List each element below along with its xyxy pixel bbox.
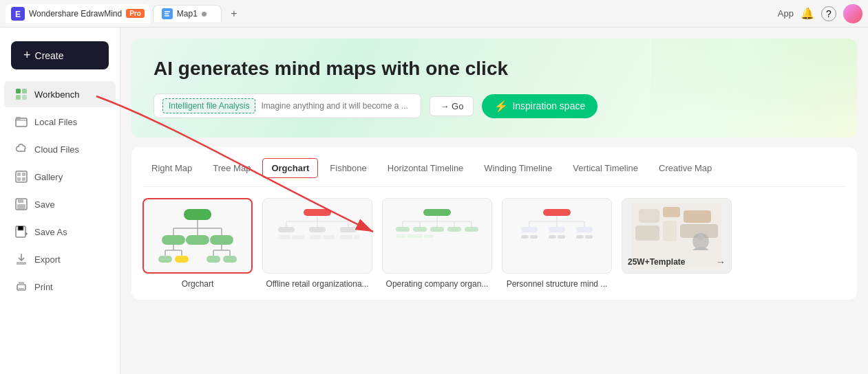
sidebar-workbench-label: Workbench [34,89,80,100]
pro-badge: Pro [126,9,145,18]
template-card-offline-retail[interactable]: Offline retail organizationa... [262,198,372,289]
tab-creative-map[interactable]: Creative Map [650,158,721,178]
sidebar-save-as-label: Save As [34,227,67,237]
svg-rect-100 [663,221,677,241]
orgchart-preview-img [142,198,253,274]
svg-rect-97 [663,207,680,217]
tab-name: Map1 [177,9,198,19]
sidebar-item-gallery[interactable]: Gallery [4,164,116,190]
svg-rect-93 [576,235,584,239]
sidebar-item-print[interactable]: Print [4,274,116,300]
svg-rect-56 [340,227,357,232]
tab-right-map[interactable]: Right Map [142,158,201,178]
sidebar-save-label: Save [34,199,55,210]
svg-rect-74 [447,227,461,232]
main-content: AI generates mind maps with one click In… [120,28,868,374]
search-input[interactable] [261,101,412,111]
map-tab-icon [162,8,173,19]
svg-rect-35 [210,235,233,245]
help-button[interactable]: ? [821,6,836,21]
save-icon [15,198,28,210]
template-grid: Orgchart [142,198,846,289]
app-name: Wondershare EdrawMind [29,9,122,19]
offline-retail-svg [273,204,362,269]
inspiration-button[interactable]: ⚡ Inspiration space [482,94,597,118]
template-card-personnel-structure[interactable]: Personnel structure mind ... [502,198,612,289]
svg-rect-40 [158,256,172,263]
svg-rect-33 [162,235,185,245]
svg-rect-16 [22,177,25,181]
template-card-more[interactable]: 25W+Template → [622,198,732,289]
gallery-icon [15,170,28,183]
tab-fishbone[interactable]: Fishbone [321,158,375,178]
more-card-label-overlay: 25W+Template → [628,256,726,267]
template-tabs: Right Map Tree Map Orgchart Fishbone Hor… [142,158,846,187]
tab-modified-dot [202,12,207,16]
bolt-icon: ⚡ [494,100,508,113]
add-tab-button[interactable]: + [224,4,244,23]
sidebar-item-save-as[interactable]: Save As [4,219,116,245]
tab-horizontal-timeline[interactable]: Horizontal Timeline [379,158,473,178]
svg-rect-54 [278,227,295,232]
map-tab[interactable]: Map1 [153,5,222,22]
svg-rect-75 [465,227,478,232]
svg-rect-26 [19,288,24,291]
template-card-operating-company[interactable]: Operating company organ... [382,198,492,289]
sidebar-item-local-files[interactable]: Local Files [4,109,116,135]
user-avatar[interactable] [843,4,862,23]
svg-rect-60 [323,235,335,239]
more-preview-img: 25W+Template → [622,198,732,274]
local-files-icon [15,116,28,128]
print-icon [15,280,28,293]
go-button[interactable]: → Go [430,96,474,116]
tab-winding-timeline[interactable]: Winding Timeline [475,158,561,178]
sidebar-gallery-label: Gallery [34,172,63,182]
operating-company-preview-img [382,198,492,274]
notification-bell[interactable]: 🔔 [801,7,814,20]
svg-rect-73 [430,227,444,232]
svg-rect-87 [549,227,565,232]
titlebar: E Wondershare EdrawMind Pro Map1 + App 🔔… [0,0,868,28]
create-button[interactable]: + Create [11,41,109,69]
svg-rect-99 [635,226,659,241]
sidebar-item-save[interactable]: Save [4,191,116,217]
svg-rect-27 [184,209,211,220]
svg-rect-58 [292,235,304,239]
svg-rect-92 [558,235,565,239]
banner-controls: Intelligent file Analysis → Go ⚡ Inspira… [154,94,835,118]
orgchart-card-label: Orgchart [142,279,253,289]
tab-orgchart[interactable]: Orgchart [262,158,318,178]
svg-rect-91 [549,235,556,239]
svg-rect-48 [304,209,331,216]
svg-rect-89 [521,235,529,239]
create-plus-icon: + [23,48,31,63]
svg-rect-76 [396,234,405,238]
svg-rect-55 [309,227,326,232]
svg-rect-62 [354,235,359,239]
tab-tree-map[interactable]: Tree Map [204,158,260,178]
main-layout: + Create Workbench Local Files C [0,28,868,374]
svg-rect-71 [396,227,410,232]
svg-rect-13 [17,173,21,176]
banner-title: AI generates mind maps with one click [154,58,835,80]
svg-rect-98 [684,210,711,223]
svg-rect-47 [223,256,237,263]
ai-search-box[interactable]: Intelligent file Analysis [154,94,421,118]
personnel-structure-svg [512,204,602,269]
sidebar-item-workbench[interactable]: Workbench [4,81,116,107]
app-button[interactable]: App [778,8,794,19]
svg-rect-46 [207,256,220,263]
sidebar-local-files-label: Local Files [34,117,77,127]
export-icon [15,253,28,265]
svg-rect-96 [639,209,659,223]
app-logo: E Wondershare EdrawMind Pro [6,4,150,23]
svg-rect-80 [543,209,571,216]
sidebar-item-cloud-files[interactable]: Cloud Files [4,136,116,162]
sidebar-item-export[interactable]: Export [4,246,116,272]
template-card-orgchart[interactable]: Orgchart [142,198,253,289]
svg-text:E: E [15,10,21,19]
tab-vertical-timeline[interactable]: Vertical Timeline [564,158,647,178]
svg-rect-23 [17,262,26,265]
svg-rect-94 [585,235,593,239]
svg-rect-72 [413,227,427,232]
